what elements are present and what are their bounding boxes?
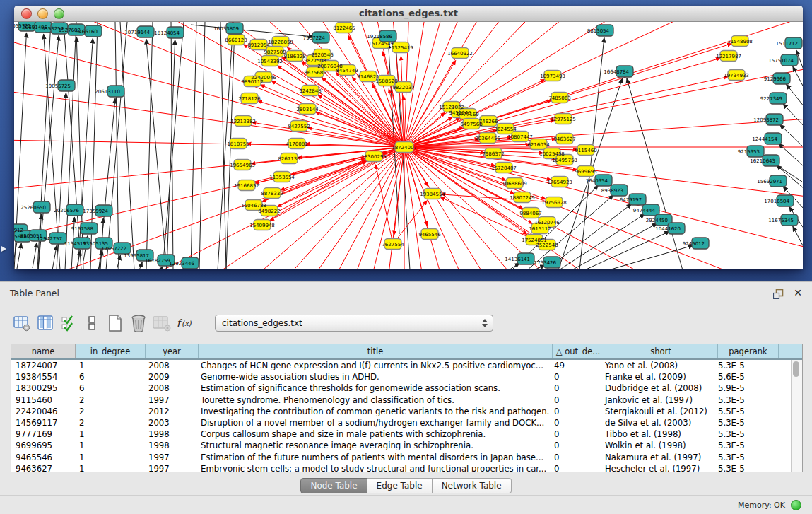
cell-out-degree[interactable]: 0 <box>550 371 601 382</box>
cell-year[interactable]: 1997 <box>144 463 196 472</box>
column-header-in-degree[interactable]: in_degree <box>76 344 146 358</box>
cell-in-degree[interactable]: 6 <box>75 371 144 382</box>
cell-short[interactable]: Yano et al. (2008) <box>601 360 714 371</box>
cell-year[interactable]: 2009 <box>144 371 196 382</box>
cell-year[interactable]: 2008 <box>144 360 196 371</box>
cell-name[interactable]: 9115460 <box>11 395 75 406</box>
table-row[interactable]: 946554611997Estimation of the future num… <box>11 452 792 463</box>
column-header-year[interactable]: year <box>146 344 199 358</box>
cell-in-degree[interactable]: 1 <box>75 463 144 472</box>
cell-title[interactable]: Tourette syndrome. Phenomenology and cla… <box>196 395 550 406</box>
cell-pagerank[interactable]: 5.3E-5 <box>714 360 774 371</box>
cell-out-degree[interactable]: 0 <box>550 463 601 472</box>
cell-year[interactable]: 2008 <box>144 382 196 394</box>
cell-name[interactable]: 9699695 <box>11 440 75 451</box>
table-row[interactable]: 946362711997Embryonic stem cells: a mode… <box>11 463 792 472</box>
tab-network-table[interactable]: Network Table <box>433 478 512 493</box>
cell-pagerank[interactable]: 5.3E-5 <box>714 440 774 451</box>
cell-out-degree[interactable]: 0 <box>550 382 601 394</box>
cell-in-degree[interactable]: 1 <box>75 440 144 451</box>
cell-short[interactable]: de Silva et al. (2003) <box>601 417 714 428</box>
cell-pagerank[interactable]: 5.3E-5 <box>714 463 774 472</box>
cell-in-degree[interactable]: 2 <box>75 406 144 417</box>
cell-out-degree[interactable]: 0 <box>550 406 601 417</box>
cell-pagerank[interactable]: 5.3E-5 <box>714 417 774 428</box>
cell-short[interactable]: Jankovic et al. (1997) <box>601 395 714 406</box>
window-titlebar[interactable]: citations_edges.txt <box>14 6 803 22</box>
table-row[interactable]: 1938455462009Genome-wide association stu… <box>11 371 792 382</box>
cell-title[interactable]: Genome-wide association studies in ADHD. <box>196 371 550 382</box>
column-header-short[interactable]: short <box>604 344 718 358</box>
scrollbar-thumb[interactable] <box>793 361 799 377</box>
minimize-window-button[interactable] <box>37 8 48 19</box>
cell-in-degree[interactable]: 2 <box>75 417 144 428</box>
cell-in-degree[interactable]: 1 <box>75 452 144 463</box>
cell-name[interactable]: 9465546 <box>11 452 75 463</box>
table-row[interactable]: 977716911998Corpus callosum shape and si… <box>11 428 792 440</box>
cell-short[interactable]: Hescheler et al. (1997) <box>601 463 714 472</box>
row-options-icon[interactable] <box>83 314 101 332</box>
memory-ok-indicator[interactable] <box>791 500 801 510</box>
cell-out-degree[interactable]: 0 <box>550 440 601 451</box>
table-row[interactable]: 1872400712008Changes of HCN gene express… <box>11 360 792 371</box>
cell-pagerank[interactable]: 5.5E-5 <box>714 406 774 417</box>
cell-title[interactable]: Investigating the contribution of common… <box>196 406 550 417</box>
cell-title[interactable]: Embryonic stem cells: a model to study s… <box>196 463 550 472</box>
function-builder-icon[interactable]: f(x) <box>176 314 194 332</box>
cell-in-degree[interactable]: 2 <box>75 395 144 406</box>
table-mode-icon[interactable] <box>13 314 31 332</box>
show-columns-icon[interactable] <box>36 314 54 332</box>
cell-out-degree[interactable]: 0 <box>550 417 601 428</box>
zoom-window-button[interactable] <box>54 8 64 19</box>
cell-name[interactable]: 14569117 <box>11 417 75 428</box>
cell-out-degree[interactable]: 0 <box>550 395 601 406</box>
cell-name[interactable]: 18300295 <box>11 382 75 394</box>
cell-short[interactable]: Nakamura et al. (1997) <box>601 452 714 463</box>
float-panel-icon[interactable] <box>773 288 784 298</box>
cell-title[interactable]: Estimation of significance thresholds fo… <box>196 382 550 394</box>
cell-year[interactable]: 1997 <box>144 395 196 406</box>
create-table-icon[interactable] <box>106 314 124 332</box>
cell-year[interactable]: 1997 <box>144 452 196 463</box>
cell-title[interactable]: Corpus callosum shape and size in male p… <box>196 428 550 440</box>
cell-in-degree[interactable]: 1 <box>75 428 144 440</box>
cell-out-degree[interactable]: 49 <box>550 360 601 371</box>
cell-year[interactable]: 2003 <box>144 417 196 428</box>
cell-year[interactable]: 1998 <box>144 428 196 440</box>
network-canvas[interactable]: 1872400786601238912954182260589827509105… <box>14 22 803 269</box>
column-header-title[interactable]: title <box>199 344 553 358</box>
cell-pagerank[interactable]: 5.3E-5 <box>714 452 774 463</box>
column-header-out-degree[interactable]: △ out_de... <box>553 344 604 358</box>
table-row[interactable]: 969969511998Structural magnetic resonanc… <box>11 440 792 451</box>
table-row[interactable]: 1830029562008Estimation of significance … <box>11 382 792 394</box>
close-panel-icon[interactable]: ✕ <box>794 287 802 298</box>
tab-node-table[interactable]: Node Table <box>300 478 367 493</box>
cell-pagerank[interactable]: 5.9E-5 <box>714 382 774 394</box>
column-header-name[interactable]: name <box>11 344 76 358</box>
cell-title[interactable]: Structural magnetic resonance image aver… <box>196 440 550 451</box>
cell-year[interactable]: 1998 <box>144 440 196 451</box>
cell-in-degree[interactable]: 1 <box>75 360 144 371</box>
table-row[interactable]: 1456911722003Disruption of a novel membe… <box>11 417 792 428</box>
cell-short[interactable]: Tibbo et al. (1998) <box>601 428 714 440</box>
cell-title[interactable]: Disruption of a novel member of a sodium… <box>196 417 550 428</box>
close-window-button[interactable] <box>21 8 32 19</box>
cell-name[interactable]: 22420046 <box>11 406 75 417</box>
network-graph[interactable]: 1872400786601238912954182260589827509105… <box>14 22 803 269</box>
cell-name[interactable]: 18724007 <box>11 360 75 371</box>
cell-pagerank[interactable]: 5.6E-5 <box>714 371 774 382</box>
cell-name[interactable]: 19384554 <box>11 371 75 382</box>
cell-out-degree[interactable]: 0 <box>550 428 601 440</box>
cell-name[interactable]: 9777169 <box>11 428 75 440</box>
tab-edge-table[interactable]: Edge Table <box>367 478 433 493</box>
cell-short[interactable]: Dudbridge et al. (2008) <box>601 382 714 394</box>
table-selector-dropdown[interactable]: citations_edges.txt <box>215 315 493 332</box>
cell-year[interactable]: 2012 <box>144 406 196 417</box>
cell-name[interactable]: 9463627 <box>11 463 75 472</box>
cell-short[interactable]: Franke et al. (2009) <box>601 371 714 382</box>
table-row[interactable]: 2242004622012Investigating the contribut… <box>11 406 792 417</box>
cell-in-degree[interactable]: 6 <box>75 382 144 394</box>
cell-short[interactable]: Wolkin et al. (1998) <box>601 440 714 451</box>
cell-pagerank[interactable]: 5.3E-5 <box>714 395 774 406</box>
cell-title[interactable]: Changes of HCN gene expression and I(f) … <box>196 360 550 371</box>
